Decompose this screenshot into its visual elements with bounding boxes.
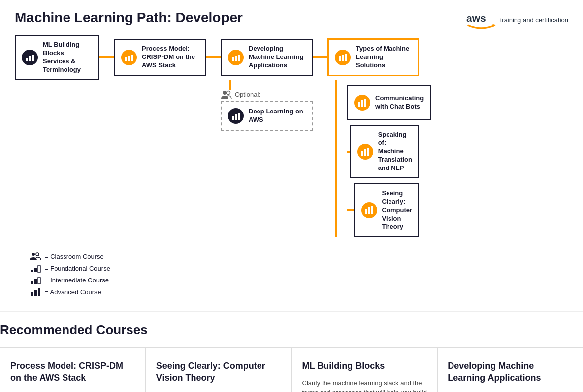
people-icon [221, 90, 232, 99]
node4-icon [335, 50, 351, 65]
page-header: Machine Learning Path: Developer aws tra… [0, 0, 583, 35]
optional-node[interactable]: Deep Learning on AWS [221, 101, 313, 131]
courses-grid: Process Model: CRISP-DM on the AWS Stack… [0, 347, 583, 392]
svg-rect-6 [128, 56, 130, 61]
svg-rect-24 [367, 148, 369, 156]
course-node-3[interactable]: Developing Machine Learning Applications [221, 39, 313, 76]
svg-text:aws: aws [466, 12, 486, 24]
svg-rect-31 [34, 268, 37, 272]
branch-row-3: Seeing Clearly: Computer Vision Theory [347, 183, 419, 237]
svg-point-28 [32, 253, 35, 256]
aws-smile-icon: aws [466, 10, 496, 30]
svg-rect-38 [38, 288, 40, 296]
optional-node-label: Deep Learning on AWS [249, 108, 306, 124]
svg-rect-5 [125, 57, 127, 61]
branch3-label: Seeing Clearly: Computer Vision Theory [382, 189, 412, 231]
branch-node-2[interactable]: Speaking of: Machine Translation and NLP [350, 125, 419, 178]
svg-rect-37 [34, 290, 37, 296]
node2-label: Process Model: CRISP-DM on the AWS Stack [142, 45, 199, 70]
svg-rect-21 [364, 99, 366, 107]
recommended-section: Recommended Courses Process Model: CRISP… [0, 311, 583, 392]
svg-rect-34 [34, 279, 37, 284]
course-node-1[interactable]: ML Building Blocks: Services & Terminolo… [15, 35, 99, 80]
svg-rect-19 [358, 102, 360, 107]
svg-rect-17 [235, 114, 237, 120]
svg-rect-20 [361, 100, 363, 107]
node1-icon [22, 50, 38, 65]
legend-classroom-label: = Classroom Course [45, 253, 104, 260]
course-card-1-desc: Walk through the CRISP-DM methodology an… [10, 390, 135, 392]
branch-node-1[interactable]: Communicating with Chat Bots [347, 85, 431, 120]
svg-rect-10 [238, 55, 240, 61]
advanced-icon [30, 287, 41, 296]
branch1-icon [354, 95, 370, 111]
svg-rect-2 [26, 58, 28, 61]
svg-rect-27 [371, 206, 373, 214]
svg-rect-36 [31, 292, 33, 296]
svg-rect-9 [235, 56, 237, 61]
course-node-2[interactable]: Process Model: CRISP-DM on the AWS Stack [114, 39, 206, 76]
foundational-icon [30, 264, 41, 273]
aws-logo: aws training and certification [466, 10, 568, 30]
connector-1-2 [99, 56, 114, 58]
legend-foundational: = Foundational Course [30, 264, 553, 273]
node3-icon [228, 50, 244, 65]
course-card-1-title: Process Model: CRISP-DM on the AWS Stack [10, 360, 135, 384]
svg-rect-33 [31, 281, 33, 284]
svg-rect-16 [232, 116, 234, 120]
svg-point-29 [36, 253, 39, 256]
svg-rect-12 [342, 55, 344, 61]
optional-label: Optional: [235, 91, 260, 98]
svg-rect-7 [131, 55, 133, 61]
svg-marker-1 [492, 24, 495, 27]
course-card-4: Developing Machine Learning Applications… [437, 347, 583, 392]
branch-row-2: Speaking of: Machine Translation and NLP [347, 125, 419, 178]
legend: = Classroom Course = Foundational Course… [15, 247, 568, 306]
svg-rect-35 [38, 278, 40, 284]
svg-point-15 [227, 91, 230, 94]
svg-rect-26 [368, 207, 370, 214]
connector-2-3 [206, 56, 221, 58]
legend-foundational-label: = Foundational Course [45, 265, 110, 272]
optional-node-icon [228, 108, 244, 124]
legend-classroom: = Classroom Course [30, 252, 553, 261]
intermediate-icon [30, 276, 41, 284]
branch3-icon [361, 202, 377, 218]
node2-icon [121, 50, 137, 65]
node3-label: Developing Machine Learning Applications [249, 45, 306, 70]
connector-3-4 [313, 56, 327, 58]
course-card-2: Seeing Clearly: Computer Vision Theory C… [146, 347, 292, 392]
legend-advanced-label: = Advanced Course [45, 288, 101, 296]
course-card-3: ML Building Blocks Clarify the machine l… [292, 347, 438, 392]
course-card-3-title: ML Building Blocks [302, 360, 427, 372]
legend-intermediate: = Intermediate Course [30, 276, 553, 284]
svg-rect-32 [38, 266, 40, 272]
branch1-label: Communicating with Chat Bots [375, 94, 424, 111]
svg-rect-4 [32, 55, 34, 61]
branch2-label: Speaking of: Machine Translation and NLP [378, 131, 412, 172]
svg-rect-23 [364, 149, 366, 156]
legend-advanced: = Advanced Course [30, 287, 553, 296]
svg-rect-25 [365, 209, 367, 214]
legend-intermediate-label: = Intermediate Course [45, 277, 109, 284]
svg-rect-13 [345, 54, 347, 61]
classroom-icon [30, 252, 41, 261]
page-title: Machine Learning Path: Developer [15, 10, 243, 26]
course-card-2-title: Seeing Clearly: Computer Vision Theory [156, 360, 281, 384]
course-card-3-desc: Clarify the machine learning stack and t… [302, 378, 427, 392]
aws-logo-text: training and certification [500, 16, 568, 24]
svg-point-14 [223, 91, 227, 94]
svg-rect-11 [339, 56, 341, 61]
learning-path-diagram: ML Building Blocks: Services & Terminolo… [0, 35, 583, 306]
branch-row-1: Communicating with Chat Bots [347, 85, 419, 120]
svg-rect-18 [238, 113, 240, 120]
course-node-4[interactable]: Types of Machine Learning Solutions [327, 38, 419, 76]
branch-node-3[interactable]: Seeing Clearly: Computer Vision Theory [354, 183, 419, 237]
svg-rect-3 [29, 56, 31, 61]
course-card-4-desc: Use competencies across these key layers… [448, 390, 573, 392]
course-card-4-title: Developing Machine Learning Applications [448, 360, 573, 384]
svg-rect-30 [31, 270, 33, 272]
course-card-2-desc: Cover computer vision topics like automa… [156, 390, 281, 392]
course-card-1: Process Model: CRISP-DM on the AWS Stack… [0, 347, 146, 392]
svg-rect-22 [361, 151, 363, 156]
